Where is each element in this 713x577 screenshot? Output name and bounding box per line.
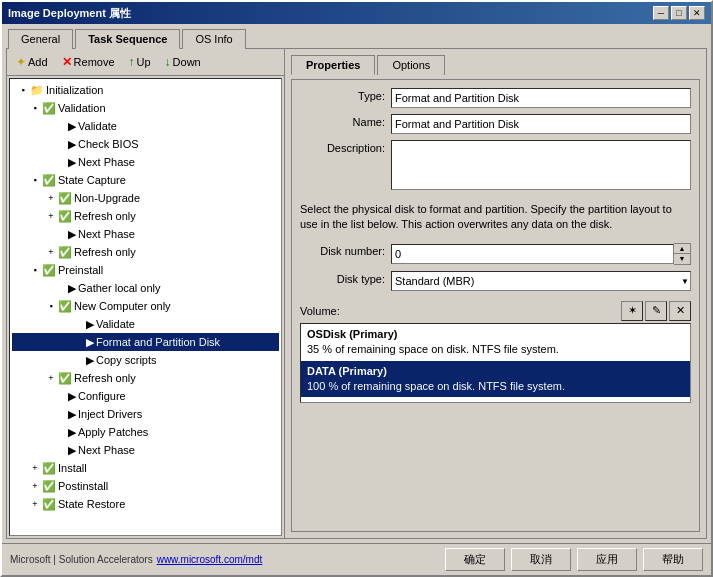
list-item[interactable]: ▶ Configure [12,387,279,405]
tab-options[interactable]: Options [377,55,445,75]
list-item[interactable]: + ✅ Non-Upgrade [12,189,279,207]
list-item[interactable]: ▶ Apply Patches [12,423,279,441]
down-button[interactable]: ↓ Down [160,52,206,72]
arrow-icon: ▶ [86,334,94,350]
list-item[interactable]: ▪ ✅ State Capture [12,171,279,189]
tree-toolbar: ✦ Add ✕ Remove ↑ Up ↓ Down [7,49,284,76]
list-item[interactable]: + ✅ Install [12,459,279,477]
tree-item-label: Refresh only [74,208,136,224]
expander-icon[interactable]: + [28,496,42,512]
list-item[interactable]: ▶ Validate [12,315,279,333]
volume-section: Volume: ✶ ✎ ✕ OSDisk (Primary) 35 % of r… [300,301,691,403]
list-item[interactable]: ▶ Inject Drivers [12,405,279,423]
type-input[interactable] [391,88,691,108]
tab-os-info[interactable]: OS Info [182,29,245,49]
checked-icon: ✅ [42,496,56,512]
help-button[interactable]: 帮助 [643,548,703,571]
name-input[interactable] [391,114,691,134]
volume-delete-button[interactable]: ✕ [669,301,691,321]
arrow-icon: ▶ [68,388,76,404]
down-icon: ↓ [165,55,171,69]
tree-item-label: Next Phase [78,226,135,242]
expander-icon[interactable]: + [28,478,42,494]
tree-item-label: Validate [96,316,135,332]
close-button[interactable]: ✕ [689,6,705,20]
tab-general[interactable]: General [8,29,73,49]
list-item[interactable]: ▶ Validate [12,117,279,135]
remove-button[interactable]: ✕ Remove [57,52,120,72]
volume-list[interactable]: OSDisk (Primary) 35 % of remaining space… [300,323,691,403]
tree-item-label: New Computer only [74,298,171,314]
footer-url[interactable]: www.microsoft.com/mdt [157,554,263,565]
expander-icon[interactable]: ▪ [28,172,42,188]
volume-item-osdisk[interactable]: OSDisk (Primary) 35 % of remaining space… [301,324,690,361]
list-item[interactable]: ▪ ✅ New Computer only [12,297,279,315]
add-label: Add [28,56,48,68]
main-tabs: General Task Sequence OS Info [2,24,711,48]
list-item[interactable]: ▶ Next Phase [12,225,279,243]
maximize-button[interactable]: □ [671,6,687,20]
tree-item-label: State Restore [58,496,125,512]
name-label: Name: [300,114,385,128]
tab-properties[interactable]: Properties [291,55,375,75]
expander-icon[interactable]: + [44,244,58,260]
list-item[interactable]: ▶ Format and Partition Disk [12,333,279,351]
title-buttons: ─ □ ✕ [653,6,705,20]
expander-icon[interactable]: ▪ [28,262,42,278]
disk-number-input[interactable] [391,244,674,264]
spinner-up-button[interactable]: ▲ [674,244,690,254]
description-textarea[interactable] [391,140,691,190]
list-item[interactable]: ▪ ✅ Preinstall [12,261,279,279]
list-item[interactable]: ▪ 📁 Initialization [12,81,279,99]
volume-item-desc: 100 % of remaining space on disk. NTFS f… [307,379,684,394]
arrow-icon: ▶ [68,226,76,242]
disk-number-label: Disk number: [300,243,385,257]
folder-icon: 📁 [30,82,44,98]
up-button[interactable]: ↑ Up [124,52,156,72]
volume-item-data[interactable]: DATA (Primary) 100 % of remaining space … [301,361,690,398]
list-item[interactable]: ▶ Gather local only [12,279,279,297]
expander-icon[interactable]: + [28,460,42,476]
tree-item-label: Refresh only [74,370,136,386]
task-tree[interactable]: ▪ 📁 Initialization ▪ ✅ Validation ▶ Vali… [9,78,282,536]
minimize-button[interactable]: ─ [653,6,669,20]
list-item[interactable]: + ✅ Refresh only [12,369,279,387]
volume-toolbar: ✶ ✎ ✕ [621,301,691,321]
list-item[interactable]: + ✅ Refresh only [12,207,279,225]
list-item[interactable]: + ✅ Refresh only [12,243,279,261]
expander-icon[interactable]: ▪ [16,82,30,98]
apply-button[interactable]: 应用 [577,548,637,571]
spinner-down-button[interactable]: ▼ [674,254,690,264]
tree-item-label: Postinstall [58,478,108,494]
ok-button[interactable]: 确定 [445,548,505,571]
volume-header: Volume: ✶ ✎ ✕ [300,301,691,321]
expander-icon[interactable]: + [44,208,58,224]
list-item[interactable]: + ✅ Postinstall [12,477,279,495]
list-item[interactable]: + ✅ State Restore [12,495,279,513]
cancel-button[interactable]: 取消 [511,548,571,571]
volume-item-desc: 35 % of remaining space on disk. NTFS fi… [307,342,684,357]
type-value-container [391,88,691,108]
list-item[interactable]: ▪ ✅ Validation [12,99,279,117]
list-item[interactable]: ▶ Copy scripts [12,351,279,369]
remove-label: Remove [74,56,115,68]
expander-icon[interactable]: + [44,370,58,386]
expander-icon[interactable]: ▪ [44,298,58,314]
remove-icon: ✕ [62,55,72,69]
volume-item-name: DATA (Primary) [307,364,684,379]
expander-icon[interactable]: + [44,190,58,206]
volume-edit-button[interactable]: ✎ [645,301,667,321]
list-item[interactable]: ▶ Check BIOS [12,135,279,153]
arrow-icon: ▶ [86,352,94,368]
list-item[interactable]: ▶ Next Phase [12,441,279,459]
list-item[interactable]: ▶ Next Phase [12,153,279,171]
volume-add-button[interactable]: ✶ [621,301,643,321]
checked-icon: ✅ [58,370,72,386]
expander-icon[interactable]: ▪ [28,100,42,116]
add-button[interactable]: ✦ Add [11,52,53,72]
left-panel: ✦ Add ✕ Remove ↑ Up ↓ Down [7,49,285,538]
info-text: Select the physical disk to format and p… [300,202,691,233]
disk-type-select[interactable]: Standard (MBR) GPT [391,271,691,291]
tab-task-sequence[interactable]: Task Sequence [75,29,180,49]
disk-type-label: Disk type: [300,271,385,285]
